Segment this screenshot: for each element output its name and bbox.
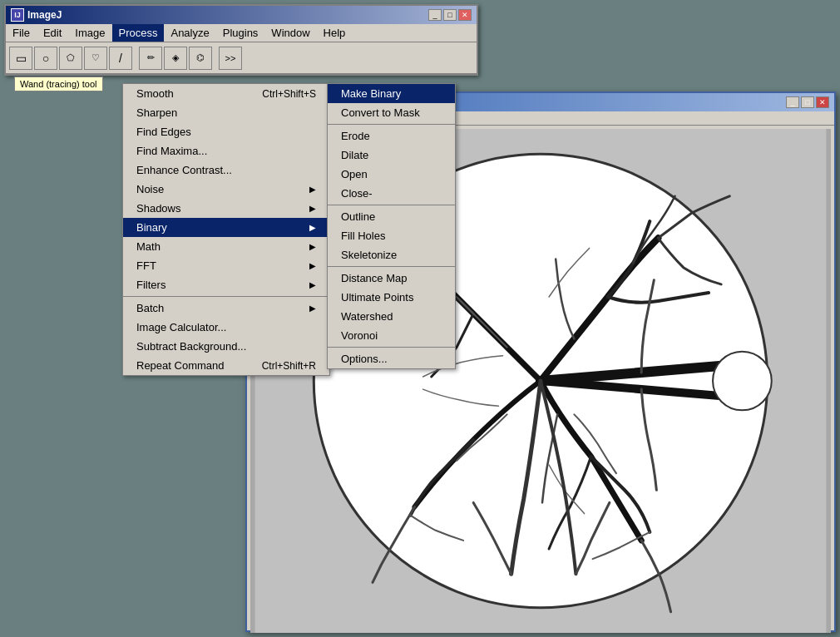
rect-tool[interactable]: ▭ [9, 47, 32, 70]
menu-enhance-contrast[interactable]: Enhance Contrast... [123, 160, 329, 180]
minimize-btn[interactable]: _ [428, 9, 442, 21]
menu-image[interactable]: Image [68, 24, 111, 42]
menu-repeat[interactable]: Repeat Command Ctrl+Shift+R [123, 356, 329, 375]
menu-batch[interactable]: Batch ▶ [123, 299, 329, 318]
menu-find-edges[interactable]: Find Edges [123, 122, 329, 141]
menu-analyze[interactable]: Analyze [164, 24, 215, 42]
binary-sep-3 [328, 266, 455, 267]
toolbar-separator-2 [214, 47, 217, 70]
menu-erode[interactable]: Erode [328, 126, 455, 146]
line-tool[interactable]: / [109, 47, 132, 70]
maximize-btn[interactable]: □ [443, 9, 457, 21]
app-icon-text: IJ [14, 11, 21, 19]
image-close-btn[interactable]: ✕ [816, 96, 829, 108]
menu-filters[interactable]: Filters ▶ [123, 275, 329, 294]
menu-binary[interactable]: Binary ▶ [123, 218, 329, 237]
process-dropdown: Smooth Ctrl+Shift+S Sharpen Find Edges F… [122, 83, 330, 376]
binary-sep-1 [328, 124, 455, 125]
binary-submenu: Make Binary Convert to Mask Erode Dilate… [327, 83, 456, 369]
title-bar-left: IJ ImageJ [11, 8, 62, 22]
menu-voronoi[interactable]: Voronoi [328, 326, 455, 345]
imagej-window: IJ ImageJ _ □ ✕ File Edit Image Process … [4, 4, 478, 76]
image-minimize-btn[interactable]: _ [786, 96, 799, 108]
tooltip: Wand (tracing) tool [14, 77, 103, 91]
menu-close[interactable]: Close- [328, 184, 455, 203]
menu-watershed[interactable]: Watershed [328, 307, 455, 326]
eyedropper-tool[interactable]: ⌬ [189, 47, 212, 70]
menu-window[interactable]: Window [264, 24, 316, 42]
menu-shadows[interactable]: Shadows ▶ [123, 199, 329, 218]
oval-tool[interactable]: ○ [34, 47, 57, 70]
menu-dilate[interactable]: Dilate [328, 146, 455, 165]
menu-help[interactable]: Help [317, 24, 353, 42]
menu-math[interactable]: Math ▶ [123, 237, 329, 256]
title-buttons: _ □ ✕ [428, 9, 472, 21]
binary-sep-2 [328, 205, 455, 205]
menu-subtract-bg[interactable]: Subtract Background... [123, 337, 329, 356]
menu-sharpen[interactable]: Sharpen [123, 103, 329, 122]
app-title: ImageJ [27, 9, 62, 21]
menu-plugins[interactable]: Plugins [216, 24, 265, 42]
menu-edit[interactable]: Edit [37, 24, 68, 42]
title-bar: IJ ImageJ _ □ ✕ [6, 6, 477, 24]
menu-bar: File Edit Image Process Analyze Plugins … [6, 24, 477, 42]
close-btn[interactable]: ✕ [458, 9, 472, 21]
menu-make-binary[interactable]: Make Binary [328, 84, 455, 103]
menu-image-calc[interactable]: Image Calculator... [123, 318, 329, 337]
menu-noise[interactable]: Noise ▶ [123, 180, 329, 199]
menu-distance-map[interactable]: Distance Map [328, 269, 455, 288]
menu-fill-holes[interactable]: Fill Holes [328, 226, 455, 245]
more-tools[interactable]: >> [219, 47, 242, 70]
process-separator-1 [123, 296, 329, 297]
menu-skeletonize[interactable]: Skeletonize [328, 245, 455, 264]
menu-file[interactable]: File [6, 24, 37, 42]
menu-convert-mask[interactable]: Convert to Mask [328, 103, 455, 122]
pencil-tool[interactable]: ✏ [139, 47, 162, 70]
menu-fft[interactable]: FFT ▶ [123, 256, 329, 275]
toolbar-separator-1 [134, 47, 137, 70]
toolbar: ▭ ○ ⬠ ♡ / ✏ ◈ ⌬ >> [6, 42, 477, 74]
menu-find-maxima[interactable]: Find Maxima... [123, 141, 329, 160]
binary-sep-4 [328, 347, 455, 348]
menu-process[interactable]: Process [112, 24, 165, 42]
image-maximize-btn[interactable]: □ [801, 96, 814, 108]
menu-open[interactable]: Open [328, 165, 455, 184]
polygon-tool[interactable]: ⬠ [59, 47, 82, 70]
flood-fill-tool[interactable]: ◈ [164, 47, 187, 70]
freehand-tool[interactable]: ♡ [84, 47, 107, 70]
svg-point-2 [713, 352, 772, 411]
app-icon: IJ [11, 8, 24, 22]
menu-ultimate-points[interactable]: Ultimate Points [328, 288, 455, 307]
menu-outline[interactable]: Outline [328, 207, 455, 226]
menu-smooth[interactable]: Smooth Ctrl+Shift+S [123, 84, 329, 103]
tooltip-text: Wand (tracing) tool [20, 79, 97, 89]
menu-options[interactable]: Options... [328, 349, 455, 368]
image-title-buttons: _ □ ✕ [786, 96, 829, 108]
